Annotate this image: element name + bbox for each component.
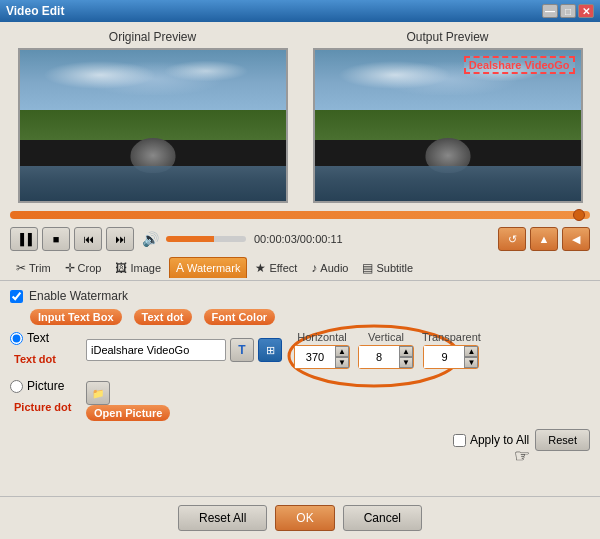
video-clouds	[20, 55, 286, 95]
original-preview-label: Original Preview	[109, 30, 196, 44]
pause-button[interactable]: ▐▐	[10, 227, 38, 251]
controls-section: T ⊞ Horizontal	[86, 331, 590, 475]
close-button[interactable]: ✕	[578, 4, 594, 18]
apply-all-checkbox[interactable]	[453, 434, 466, 447]
text-dot-side: Text dot	[14, 353, 80, 365]
tab-watermark-label: Watermark	[187, 262, 240, 274]
text-format-icon: T	[238, 343, 245, 357]
font-color-label: Font Color	[204, 309, 276, 325]
main-window: Original Preview Output Preview Dealshar…	[0, 22, 600, 539]
position-section: Horizontal ▲ ▼ Vertical	[294, 331, 481, 369]
next-frame-button[interactable]: ⏭	[106, 227, 134, 251]
horizontal-down[interactable]: ▼	[335, 357, 349, 368]
original-preview-panel: Original Preview	[10, 30, 295, 203]
horizontal-spinners: ▲ ▼	[335, 346, 349, 368]
tab-subtitle[interactable]: ▤ Subtitle	[356, 258, 419, 278]
reset-button[interactable]: Reset	[535, 429, 590, 451]
title-bar-buttons: — □ ✕	[542, 4, 594, 18]
ok-button[interactable]: OK	[275, 505, 334, 531]
left-button[interactable]: ◀	[562, 227, 590, 251]
tab-trim-label: Trim	[29, 262, 51, 274]
picture-radio-label: Picture	[27, 379, 64, 393]
vertical-down[interactable]: ▼	[399, 357, 413, 368]
seek-bar[interactable]	[10, 211, 590, 219]
output-preview-label: Output Preview	[406, 30, 488, 44]
tab-image-label: Image	[130, 262, 161, 274]
tab-subtitle-label: Subtitle	[376, 262, 413, 274]
transparent-spinners: ▲ ▼	[464, 346, 478, 368]
seek-thumb[interactable]	[573, 209, 585, 221]
cursor-hand-icon: ☞	[514, 445, 530, 467]
enable-watermark-label: Enable Watermark	[29, 289, 128, 303]
crop-icon: ✛	[65, 261, 75, 275]
tab-audio[interactable]: ♪ Audio	[305, 258, 354, 278]
layout-button[interactable]: ⊞	[258, 338, 282, 362]
transparent-group: Transparent ▲ ▼	[422, 331, 481, 369]
subtitle-icon: ▤	[362, 261, 373, 275]
left-icon: ◀	[572, 233, 580, 246]
open-picture-button[interactable]: 📁	[86, 381, 110, 405]
watermark-tab-icon: A	[176, 261, 184, 275]
horizontal-up[interactable]: ▲	[335, 346, 349, 357]
text-format-button[interactable]: T	[230, 338, 254, 362]
original-preview-video	[18, 48, 288, 203]
prev-frame-button[interactable]: ⏮	[74, 227, 102, 251]
vertical-up[interactable]: ▲	[399, 346, 413, 357]
seek-bar-row	[0, 207, 600, 223]
picture-dot-side: Picture dot	[14, 401, 80, 413]
back-button[interactable]: ↺	[498, 227, 526, 251]
stop-button[interactable]: ■	[42, 227, 70, 251]
tab-crop[interactable]: ✛ Crop	[59, 258, 108, 278]
tab-crop-label: Crop	[78, 262, 102, 274]
vertical-group: Vertical ▲ ▼	[358, 331, 414, 369]
cursor-row: ☞	[86, 455, 590, 475]
transparent-up[interactable]: ▲	[464, 346, 478, 357]
bottom-row: Reset All OK Cancel	[0, 496, 600, 539]
output-preview-video: Dealshare VideoGo	[313, 48, 583, 203]
text-picture-section: Text Text dot Picture Picture dot T	[10, 331, 590, 475]
tab-effect-label: Effect	[269, 262, 297, 274]
text-radio[interactable]	[10, 332, 23, 345]
vertical-input-wrap: ▲ ▼	[358, 345, 414, 369]
transparent-down[interactable]: ▼	[464, 357, 478, 368]
position-inputs: Horizontal ▲ ▼ Vertical	[294, 331, 481, 369]
video-ground	[20, 110, 286, 140]
volume-icon: 🔊	[138, 227, 162, 251]
horizontal-input-wrap: ▲ ▼	[294, 345, 350, 369]
enable-row: Enable Watermark	[10, 289, 590, 303]
window-title: Video Edit	[6, 4, 64, 18]
transparent-input-wrap: ▲ ▼	[423, 345, 479, 369]
watermark-overlay: Dealshare VideoGo	[464, 56, 575, 74]
horizontal-group: Horizontal ▲ ▼	[294, 331, 350, 369]
up-icon: ▲	[539, 233, 550, 245]
up-button[interactable]: ▲	[530, 227, 558, 251]
enable-watermark-checkbox[interactable]	[10, 290, 23, 303]
minimize-button[interactable]: —	[542, 4, 558, 18]
side-radio-labels: Text Text dot Picture Picture dot	[10, 331, 80, 413]
tab-trim[interactable]: ✂ Trim	[10, 258, 57, 278]
open-picture-label: Open Picture	[86, 405, 170, 421]
text-input-field[interactable]	[86, 339, 226, 361]
tab-image[interactable]: 🖼 Image	[109, 258, 167, 278]
maximize-button[interactable]: □	[560, 4, 576, 18]
vertical-input[interactable]	[359, 346, 399, 368]
horizontal-input[interactable]	[295, 346, 335, 368]
audio-icon: ♪	[311, 261, 317, 275]
previews-row: Original Preview Output Preview Dealshar…	[0, 22, 600, 207]
tab-watermark[interactable]: A Watermark	[169, 257, 247, 278]
open-picture-label-row: Open Picture	[86, 405, 590, 421]
transparent-label: Transparent	[422, 331, 481, 343]
tab-effect[interactable]: ★ Effect	[249, 258, 303, 278]
reset-all-button[interactable]: Reset All	[178, 505, 267, 531]
vertical-spinners: ▲ ▼	[399, 346, 413, 368]
text-radio-row: Text	[10, 331, 80, 345]
horizontal-label: Horizontal	[297, 331, 347, 343]
cancel-button[interactable]: Cancel	[343, 505, 422, 531]
volume-slider[interactable]	[166, 236, 246, 242]
output-video-water	[315, 166, 581, 201]
edit-panel: Enable Watermark Input Text Box Text dot…	[0, 281, 600, 496]
transparent-input[interactable]	[424, 346, 464, 368]
trim-icon: ✂	[16, 261, 26, 275]
tab-audio-label: Audio	[320, 262, 348, 274]
picture-radio[interactable]	[10, 380, 23, 393]
